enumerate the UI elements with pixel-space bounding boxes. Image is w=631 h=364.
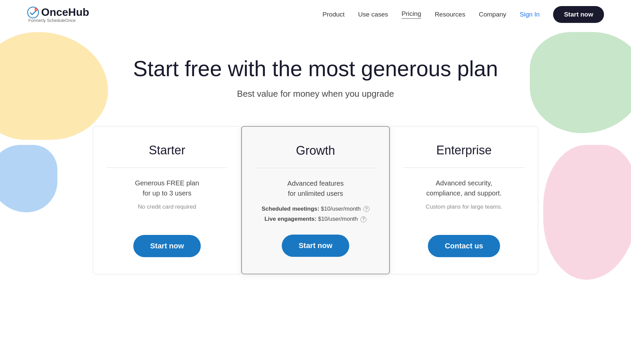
- nav-resources[interactable]: Resources: [435, 11, 465, 18]
- growth-card: Growth Advanced features for unlimited u…: [241, 126, 390, 274]
- enterprise-plan-name: Enterprise: [436, 143, 492, 157]
- logo-name: OnceHub: [41, 6, 89, 19]
- starter-description: Generous FREE plan for up to 3 users: [135, 178, 199, 198]
- nav-start-button[interactable]: Start now: [553, 6, 604, 23]
- enterprise-custom-note: Custom plans for large teams.: [426, 204, 502, 210]
- growth-plan-name: Growth: [296, 144, 335, 158]
- nav-use-cases[interactable]: Use cases: [358, 11, 388, 18]
- starter-divider: [107, 168, 227, 168]
- enterprise-description: Advanced security, compliance, and suppo…: [426, 178, 501, 198]
- growth-cta-button[interactable]: Start now: [282, 235, 349, 257]
- enterprise-divider: [404, 168, 524, 168]
- growth-pricing-detail: Scheduled meetings: $10/user/month ? Liv…: [262, 204, 369, 224]
- enterprise-card: Enterprise Advanced security, compliance…: [390, 126, 538, 274]
- scheduled-label: Scheduled meetings:: [262, 206, 319, 212]
- nav-pricing[interactable]: Pricing: [402, 10, 421, 19]
- nav-product[interactable]: Product: [323, 11, 345, 18]
- live-price: $10/user/month: [318, 216, 358, 222]
- logo: OnceHub Formerly ScheduleOnce: [27, 6, 89, 23]
- hero-subtitle: Best value for money when you upgrade: [7, 89, 624, 99]
- live-label: Live engagements:: [265, 216, 317, 222]
- hero-section: Start free with the most generous plan B…: [0, 29, 631, 119]
- logo-icon: [27, 6, 39, 19]
- logo-subtitle: Formerly ScheduleOnce: [28, 18, 76, 23]
- starter-cta-button[interactable]: Start now: [133, 235, 201, 257]
- pricing-section: Starter Generous FREE plan for up to 3 u…: [0, 119, 631, 295]
- nav-company[interactable]: Company: [479, 11, 506, 18]
- scheduled-info-icon[interactable]: ?: [363, 206, 369, 212]
- live-info-icon[interactable]: ?: [360, 216, 366, 222]
- nav-signin[interactable]: Sign In: [520, 11, 540, 18]
- main-nav: Product Use cases Pricing Resources Comp…: [323, 6, 604, 23]
- growth-divider: [255, 168, 376, 168]
- starter-note: No credit card required: [138, 204, 196, 210]
- logo-text: OnceHub: [27, 6, 89, 19]
- enterprise-cta-button[interactable]: Contact us: [428, 235, 500, 257]
- starter-plan-name: Starter: [149, 143, 185, 157]
- header: OnceHub Formerly ScheduleOnce Product Us…: [0, 0, 631, 29]
- starter-card: Starter Generous FREE plan for up to 3 u…: [93, 126, 241, 274]
- growth-description: Advanced features for unlimited users: [287, 178, 344, 199]
- hero-title: Start free with the most generous plan: [7, 56, 624, 82]
- scheduled-price: $10/user/month: [321, 206, 361, 212]
